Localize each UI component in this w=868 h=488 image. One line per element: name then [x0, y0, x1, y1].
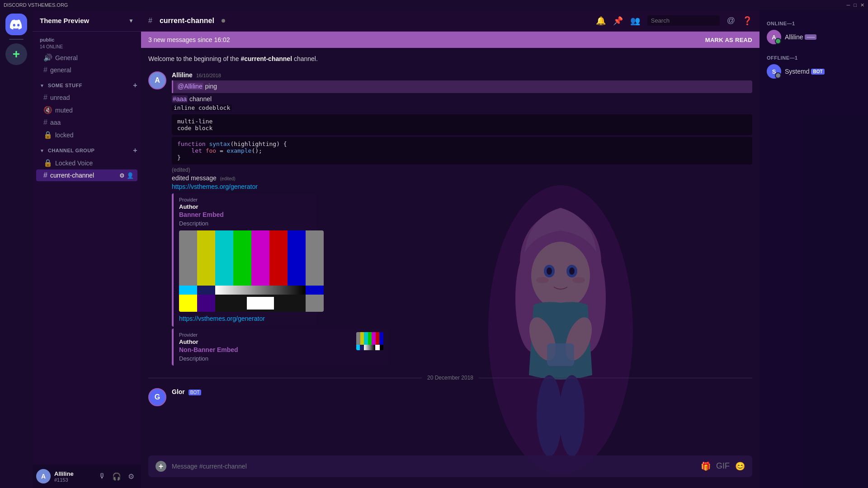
mute-btn[interactable]: 🎙 [96, 470, 108, 483]
user-controls: 🎙 🎧 ⚙ [96, 470, 137, 483]
window-controls[interactable]: ─ □ ✕ [847, 2, 864, 8]
close-btn[interactable]: ✕ [860, 2, 864, 8]
ping-line: @Alliline ping [172, 80, 752, 93]
help-icon[interactable]: ❓ [742, 16, 752, 26]
channel-item-unread[interactable]: # unread [36, 92, 137, 103]
pin-icon[interactable]: 📌 [613, 16, 623, 26]
embed-link-url-1[interactable]: https://vsthemes.org/generator [179, 315, 265, 322]
channel-item-muted[interactable]: 🔇 muted [36, 104, 137, 116]
bot-badge: BOT [811, 69, 824, 75]
channel-item-current-channel[interactable]: # current-channel ⚙ 👤 [36, 169, 137, 181]
message-group: A Alliline 16/10/2018 @Alliline ping [148, 71, 752, 367]
bar-blue [288, 230, 306, 286]
channel-actions: ⚙ 👤 [119, 172, 134, 179]
server-sidebar: + [0, 10, 33, 488]
bar-gray-2 [306, 230, 324, 286]
channel-sidebar: Theme Preview ▼ public 14 ONLINE 🔊 Gener… [33, 10, 141, 488]
bar-yellow-bot [179, 295, 197, 312]
channel-item-locked-voice[interactable]: 🔒 Locked Voice [36, 157, 137, 169]
message-attach-btn[interactable]: + [156, 461, 166, 472]
message-content: Alliline 16/10/2018 @Alliline ping #aaa … [172, 71, 752, 367]
message-timestamp: 16/10/2018 [196, 73, 221, 78]
server-dropdown-icon: ▼ [128, 18, 134, 24]
section-label: CHANNEL GROUP [48, 148, 94, 153]
next-message-content: Glor BOT [172, 388, 752, 406]
mention-tag: @Alliline [177, 83, 203, 90]
member-item-alliline[interactable]: A Alliline —— [763, 28, 864, 46]
user-info: Alliline #1153 [54, 470, 92, 483]
bar-gray-bot [306, 295, 324, 312]
section-some-stuff[interactable]: ▼ SOME STUFF + [33, 80, 141, 91]
server-header[interactable]: Theme Preview ▼ [33, 10, 141, 32]
link-line: https://vsthemes.org/generator [172, 183, 752, 192]
deafen-btn[interactable]: 🎧 [110, 470, 123, 483]
mark-as-read-btn[interactable]: MARK AS READ [705, 37, 752, 43]
next-message-header: Glor BOT [172, 388, 752, 395]
user-discriminator: #1153 [54, 477, 92, 483]
server-icon-add[interactable]: + [5, 43, 27, 65]
text-hash-icon: # [43, 118, 47, 127]
embed-description-1: Description [179, 220, 311, 227]
bars-top [179, 230, 324, 286]
mini-color-bars [356, 332, 383, 350]
add-channel-btn[interactable]: + [133, 81, 137, 89]
section-channel-group[interactable]: ▼ CHANNEL GROUP + [33, 145, 141, 156]
embed-provider-2: Provider [179, 332, 238, 338]
embed-link-1: https://vsthemes.org/generator [179, 314, 311, 324]
member-name-systemd: Systemd [785, 68, 809, 75]
title-bar: DISCORD VSTHEMES.ORG ─ □ ✕ [0, 0, 868, 10]
maximize-btn[interactable]: □ [854, 2, 857, 8]
server-icon-discord[interactable] [5, 14, 27, 35]
member-name-row-systemd: Systemd BOT [785, 68, 825, 75]
message-username: Alliline [172, 71, 193, 79]
multiline-code-block: multi-line code block [172, 114, 752, 135]
notification-bar: 3 new messages since 16:02 MARK AS READ [141, 32, 760, 48]
bar-gray [179, 230, 197, 286]
gif-icon[interactable]: GIF [716, 461, 730, 471]
online-count: 14 ONLINE [33, 44, 141, 51]
members-icon[interactable]: 👥 [630, 16, 640, 26]
embed-author-2: Author [179, 338, 238, 345]
non-banner-embed: Provider Author Non-Banner Embed Descrip… [172, 328, 389, 366]
next-message-timestamp: BOT [189, 389, 202, 395]
white-box [247, 297, 274, 310]
embed-description-2: Description [179, 355, 238, 362]
message-link-1[interactable]: https://vsthemes.org/generator [172, 183, 258, 190]
bar-purple-bot [197, 295, 215, 312]
channel-bold: #current-channel [241, 55, 292, 62]
locked-icon: 🔒 [43, 131, 52, 139]
gift-icon[interactable]: 🎁 [701, 461, 711, 471]
channel-settings-icon[interactable]: ⚙ [119, 172, 125, 179]
bar-black2-bot [288, 295, 306, 312]
member-item-systemd[interactable]: S Systemd BOT [763, 62, 864, 80]
message-input-icons: 🎁 GIF 😊 [701, 461, 745, 471]
online-header: ONLINE—1 [763, 17, 864, 28]
emoji-icon[interactable]: 😊 [735, 461, 745, 471]
channel-mention-line: #aaa channel [172, 95, 752, 104]
embed-provider-1: Provider [179, 197, 311, 202]
message-avatar: A [148, 71, 166, 89]
inline-code: inline codeblock [172, 104, 232, 111]
search-bar[interactable]: Search [647, 15, 720, 26]
message-input-placeholder[interactable]: Message #current-channel [172, 463, 695, 470]
channel-item-general[interactable]: # general [36, 64, 137, 76]
channel-item-locked[interactable]: 🔒 locked [36, 129, 137, 141]
channel-item-aaa[interactable]: # aaa [36, 117, 137, 128]
at-icon[interactable]: @ [727, 16, 735, 25]
next-message-avatar: G [148, 388, 166, 406]
app-container: + Theme Preview ▼ public 14 ONLINE 🔊 Gen… [0, 10, 868, 488]
message-input[interactable]: + Message #current-channel 🎁 GIF 😊 [148, 455, 752, 477]
add-channel-btn-2[interactable]: + [133, 146, 137, 155]
app-title: DISCORD VSTHEMES.ORG [4, 2, 68, 8]
bell-icon[interactable]: 🔔 [596, 16, 606, 26]
text-hash-icon-active: # [43, 171, 47, 179]
minimize-btn[interactable]: ─ [847, 2, 850, 8]
channel-invite-icon[interactable]: 👤 [127, 172, 134, 179]
voice-icon: 🔊 [43, 53, 52, 62]
channel-item-general-voice[interactable]: 🔊 General [36, 52, 137, 64]
text-hash-icon: # [43, 94, 47, 102]
settings-btn[interactable]: ⚙ [125, 470, 137, 483]
welcome-message: Welcome to the beginning of the #current… [148, 55, 752, 62]
edited-tag: (edited) [220, 176, 236, 181]
message-input-area: + Message #current-channel 🎁 GIF 😊 [141, 455, 760, 488]
